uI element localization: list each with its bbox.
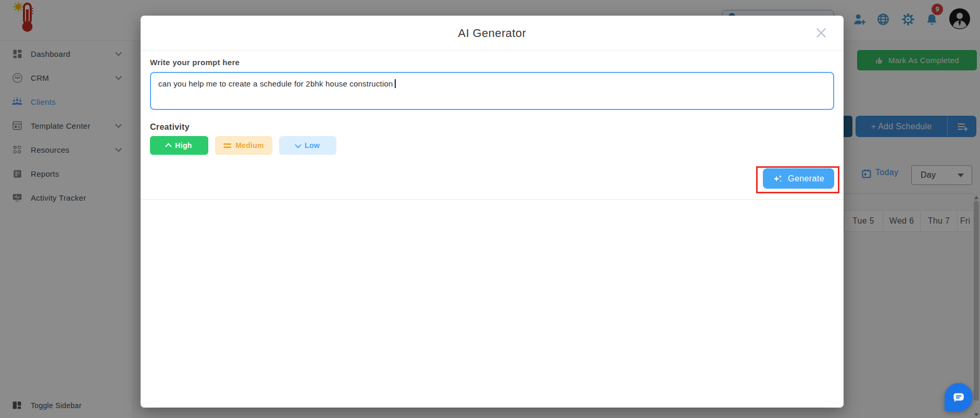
creativity-medium-label: Medium [235, 141, 264, 150]
generate-button[interactable]: Generate [763, 168, 834, 189]
prompt-label: Write your prompt here [150, 58, 834, 67]
creativity-low-label: Low [305, 141, 320, 150]
chat-bubble-icon [952, 390, 965, 404]
prompt-input-value: can you help me to create a schedule for… [158, 79, 393, 88]
text-cursor [395, 79, 396, 88]
creativity-high-button[interactable]: High [150, 136, 208, 155]
chat-widget-button[interactable] [945, 383, 973, 411]
creativity-medium-button[interactable]: Medium [215, 136, 272, 155]
ai-generator-modal: AI Generator Write your prompt here can … [141, 16, 844, 408]
modal-title: AI Generator [141, 16, 844, 40]
creativity-high-label: High [175, 141, 192, 150]
chevron-up-icon [165, 143, 172, 150]
close-icon [814, 26, 828, 40]
app-screen: 9 Dashboard [0, 0, 980, 418]
creativity-options: High Medium Low [150, 136, 834, 155]
modal-divider [141, 199, 844, 200]
modal-header: AI Generator [141, 16, 844, 51]
modal-body: Write your prompt here can you help me t… [141, 58, 844, 155]
prompt-input[interactable]: can you help me to create a schedule for… [150, 72, 834, 110]
close-button[interactable] [812, 24, 830, 42]
equals-icon [223, 143, 231, 148]
generate-label: Generate [788, 174, 824, 183]
creativity-label: Creativity [150, 122, 834, 132]
chevron-down-icon [295, 141, 301, 148]
creativity-low-button[interactable]: Low [279, 136, 336, 155]
sparkles-icon [773, 174, 783, 184]
